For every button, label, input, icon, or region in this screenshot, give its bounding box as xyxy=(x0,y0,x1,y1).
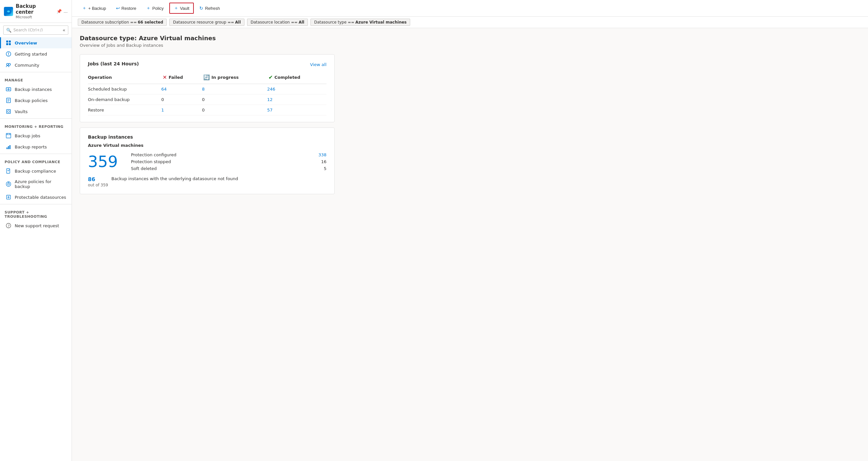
backup-instances-card: Backup instances Azure Virtual machines … xyxy=(80,127,335,194)
main-content: ＋ + Backup ↩ Restore ＋ Policy ＋ Vault ↻ … xyxy=(72,0,868,461)
app-header: Backup center Microsoft 📌 ... xyxy=(0,0,71,23)
inprogress-cell: 0 xyxy=(202,105,267,115)
getting-started-label: Getting started xyxy=(15,52,47,57)
search-box[interactable]: 🔍 Search (Ctrl+/) « xyxy=(3,26,68,35)
getting-started-icon xyxy=(5,51,11,57)
content-area: Datasource type: Azure Virtual machines … xyxy=(72,28,868,461)
completed-cell[interactable]: 57 xyxy=(267,105,327,115)
bi-orphan-left: 86 out of 359 xyxy=(88,176,108,187)
jobs-card: Jobs (last 24 Hours) View all Operation … xyxy=(80,54,335,122)
inprogress-cell[interactable]: 8 xyxy=(202,84,267,94)
filter-rg-value: All xyxy=(235,20,241,25)
sidebar: Backup center Microsoft 📌 ... 🔍 Search (… xyxy=(0,0,72,461)
failed-cell[interactable]: 1 xyxy=(161,105,202,115)
svg-point-7 xyxy=(8,63,10,65)
bi-stat-row: Protection stopped16 xyxy=(131,159,327,164)
filter-subscription[interactable]: Datasource subscription == 66 selected xyxy=(78,19,167,26)
filter-datasource-type[interactable]: Datasource type == Azure Virtual machine… xyxy=(310,19,410,26)
policy-button[interactable]: ＋ Policy xyxy=(142,3,168,13)
sidebar-item-community[interactable]: Community xyxy=(0,60,71,71)
col-inprogress: 🔄 In progress xyxy=(202,72,267,84)
backup-button[interactable]: ＋ + Backup xyxy=(78,3,111,13)
svg-rect-13 xyxy=(6,110,10,114)
vaults-icon xyxy=(5,109,11,115)
collapse-icon[interactable]: « xyxy=(62,27,65,33)
manage-section-label: Manage xyxy=(0,73,71,84)
bi-total-count[interactable]: 359 xyxy=(88,152,118,170)
completed-cell[interactable]: 12 xyxy=(267,94,327,105)
bi-stat-label: Protection configured xyxy=(131,152,177,157)
backup-reports-label: Backup reports xyxy=(15,145,47,149)
bi-stat-value[interactable]: 338 xyxy=(313,152,327,157)
backup-plus-icon: ＋ xyxy=(82,5,87,11)
filter-resource-group[interactable]: Datasource resource group == All xyxy=(169,19,244,26)
backup-jobs-label: Backup jobs xyxy=(15,133,40,138)
backup-instances-icon xyxy=(5,86,11,92)
sidebar-item-getting-started[interactable]: Getting started xyxy=(0,49,71,60)
svg-rect-1 xyxy=(6,40,8,42)
app-subtitle: Microsoft xyxy=(16,15,54,19)
sidebar-item-backup-compliance[interactable]: Backup compliance xyxy=(0,165,71,177)
sidebar-item-overview[interactable]: Overview xyxy=(0,37,71,49)
completed-status-icon: ✔ xyxy=(268,74,273,81)
toolbar: ＋ + Backup ↩ Restore ＋ Policy ＋ Vault ↻ … xyxy=(72,0,868,17)
restore-button[interactable]: ↩ Restore xyxy=(112,3,141,13)
filter-location[interactable]: Datasource location == All xyxy=(247,19,308,26)
pin-icon[interactable]: 📌 xyxy=(57,9,62,14)
policy-section-label: Policy and compliance xyxy=(0,155,71,165)
vault-label: Vault xyxy=(180,6,190,11)
jobs-title: Jobs (last 24 Hours) xyxy=(88,61,139,66)
pin-area[interactable]: 📌 ... xyxy=(57,9,68,14)
svg-rect-19 xyxy=(6,148,7,149)
community-icon xyxy=(5,62,11,68)
svg-rect-21 xyxy=(9,145,10,149)
svg-rect-4 xyxy=(9,43,11,45)
failed-cell[interactable]: 64 xyxy=(161,84,202,94)
bi-content: 359 Protection configured338Protection s… xyxy=(88,152,327,171)
svg-point-24 xyxy=(7,183,9,185)
filter-subscription-value: 66 selected xyxy=(137,20,163,25)
bi-stat-row: Soft deleted5 xyxy=(131,166,327,171)
page-subtitle: Overview of Jobs and Backup instances xyxy=(80,43,860,48)
more-icon[interactable]: ... xyxy=(64,9,68,14)
bi-orphan-section: 86 out of 359 Backup instances with the … xyxy=(88,176,327,187)
support-section-label: Support + troubleshooting xyxy=(0,206,71,220)
operation-cell: Scheduled backup xyxy=(88,84,161,94)
vault-plus-icon: ＋ xyxy=(174,5,179,11)
sidebar-item-backup-policies[interactable]: Backup policies xyxy=(0,95,71,106)
policy-label: Policy xyxy=(152,6,164,11)
refresh-icon: ↻ xyxy=(199,5,203,11)
sidebar-item-vaults[interactable]: Vaults xyxy=(0,106,71,117)
filter-rg-key: Datasource resource group == xyxy=(173,20,234,25)
sidebar-item-new-support-request[interactable]: New support request xyxy=(0,220,71,231)
bi-orphan-of: out of 359 xyxy=(88,183,108,187)
app-name: Backup center xyxy=(16,3,54,15)
sidebar-item-backup-instances[interactable]: Backup instances xyxy=(0,84,71,95)
divider-manage xyxy=(0,72,71,72)
completed-cell[interactable]: 246 xyxy=(267,84,327,94)
sidebar-item-backup-reports[interactable]: Backup reports xyxy=(0,141,71,152)
operation-cell: Restore xyxy=(88,105,161,115)
refresh-button[interactable]: ↻ Refresh xyxy=(195,3,224,13)
azure-policies-icon xyxy=(5,181,11,187)
policy-plus-icon: ＋ xyxy=(146,5,151,11)
table-row: Restore1057 xyxy=(88,105,327,115)
view-all-link[interactable]: View all xyxy=(310,62,327,67)
overview-label: Overview xyxy=(15,40,37,45)
azure-policies-label: Azure policies for backup xyxy=(15,179,67,189)
divider-policy xyxy=(0,154,71,154)
vault-button[interactable]: ＋ Vault xyxy=(169,3,194,14)
bi-orphan-count[interactable]: 86 xyxy=(88,176,108,182)
bi-stats-list: Protection configured338Protection stopp… xyxy=(131,152,327,171)
divider-support xyxy=(0,204,71,204)
jobs-table: Operation ✕ Failed 🔄 In progress xyxy=(88,72,327,115)
bi-orphan-desc: Backup instances with the underlying dat… xyxy=(112,176,238,181)
sidebar-item-azure-policies[interactable]: Azure policies for backup xyxy=(0,177,71,192)
sidebar-item-backup-jobs[interactable]: Backup jobs xyxy=(0,130,71,141)
sidebar-item-protectable-datasources[interactable]: Protectable datasources xyxy=(0,192,71,203)
svg-rect-2 xyxy=(9,40,11,42)
community-label: Community xyxy=(15,63,39,68)
support-icon xyxy=(5,223,11,228)
svg-rect-20 xyxy=(8,146,9,149)
svg-point-28 xyxy=(8,226,9,227)
